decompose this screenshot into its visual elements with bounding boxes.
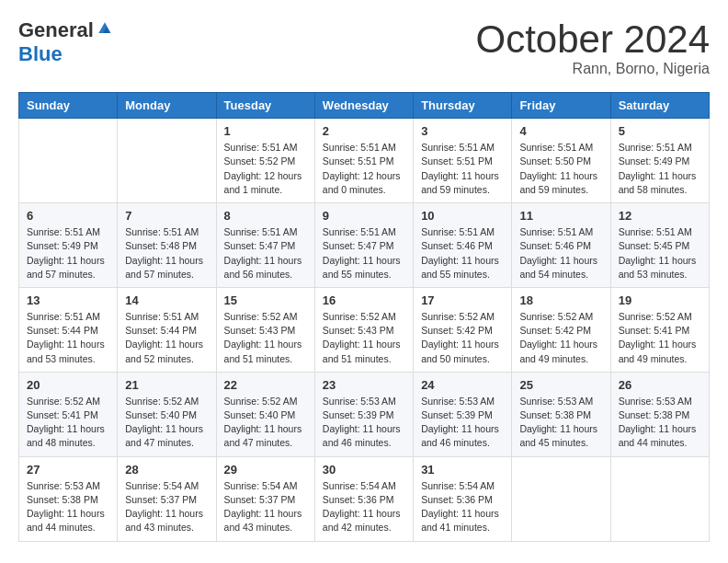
day-info: Sunrise: 5:52 AMSunset: 5:40 PMDaylight:… <box>125 395 208 451</box>
day-info: Sunrise: 5:52 AMSunset: 5:42 PMDaylight:… <box>519 310 602 366</box>
calendar-cell: 12Sunrise: 5:51 AMSunset: 5:45 PMDayligh… <box>610 203 709 288</box>
day-number: 9 <box>323 209 405 223</box>
day-info: Sunrise: 5:51 AMSunset: 5:49 PMDaylight:… <box>27 225 109 282</box>
day-number: 19 <box>619 293 701 307</box>
calendar-cell: 22Sunrise: 5:52 AMSunset: 5:40 PMDayligh… <box>216 372 314 456</box>
calendar-cell: 27Sunrise: 5:53 AMSunset: 5:38 PMDayligh… <box>19 456 118 541</box>
day-number: 17 <box>421 293 504 307</box>
day-number: 4 <box>519 124 602 138</box>
day-number: 30 <box>323 463 405 477</box>
calendar-cell <box>118 119 216 203</box>
calendar-cell <box>512 456 610 541</box>
calendar-header-saturday: Saturday <box>610 93 709 119</box>
calendar-cell: 10Sunrise: 5:51 AMSunset: 5:46 PMDayligh… <box>414 203 512 288</box>
page-header: General Blue October 2024 Rann, Borno, N… <box>18 18 710 77</box>
logo-general: General <box>18 18 94 42</box>
day-info: Sunrise: 5:51 AMSunset: 5:44 PMDaylight:… <box>125 310 208 366</box>
calendar-cell: 1Sunrise: 5:51 AMSunset: 5:52 PMDaylight… <box>216 119 314 203</box>
calendar-cell <box>19 119 118 203</box>
calendar-cell: 23Sunrise: 5:53 AMSunset: 5:39 PMDayligh… <box>314 372 413 456</box>
day-number: 8 <box>224 209 307 223</box>
calendar-week-5: 27Sunrise: 5:53 AMSunset: 5:38 PMDayligh… <box>19 456 710 541</box>
calendar-cell: 26Sunrise: 5:53 AMSunset: 5:38 PMDayligh… <box>610 372 709 456</box>
day-info: Sunrise: 5:54 AMSunset: 5:36 PMDaylight:… <box>421 479 504 535</box>
calendar-week-4: 20Sunrise: 5:52 AMSunset: 5:41 PMDayligh… <box>19 372 710 456</box>
day-number: 21 <box>125 378 208 392</box>
location: Rann, Borno, Nigeria <box>475 61 710 77</box>
calendar-cell: 24Sunrise: 5:53 AMSunset: 5:39 PMDayligh… <box>414 372 512 456</box>
calendar-cell: 29Sunrise: 5:54 AMSunset: 5:37 PMDayligh… <box>216 456 314 541</box>
calendar-header-sunday: Sunday <box>19 93 118 119</box>
day-info: Sunrise: 5:53 AMSunset: 5:38 PMDaylight:… <box>519 395 602 451</box>
calendar-cell: 17Sunrise: 5:52 AMSunset: 5:42 PMDayligh… <box>414 287 512 372</box>
day-info: Sunrise: 5:54 AMSunset: 5:36 PMDaylight:… <box>323 479 405 535</box>
calendar-cell: 28Sunrise: 5:54 AMSunset: 5:37 PMDayligh… <box>118 456 216 541</box>
day-number: 11 <box>519 209 602 223</box>
calendar-cell: 30Sunrise: 5:54 AMSunset: 5:36 PMDayligh… <box>314 456 413 541</box>
day-info: Sunrise: 5:51 AMSunset: 5:48 PMDaylight:… <box>125 225 208 282</box>
day-number: 31 <box>421 463 504 477</box>
day-number: 15 <box>224 293 307 307</box>
day-info: Sunrise: 5:51 AMSunset: 5:51 PMDaylight:… <box>323 141 405 197</box>
day-info: Sunrise: 5:54 AMSunset: 5:37 PMDaylight:… <box>224 479 307 535</box>
day-info: Sunrise: 5:54 AMSunset: 5:37 PMDaylight:… <box>125 479 208 535</box>
day-number: 20 <box>27 378 109 392</box>
calendar-header-friday: Friday <box>512 93 610 119</box>
day-number: 13 <box>27 293 109 307</box>
calendar-week-1: 1Sunrise: 5:51 AMSunset: 5:52 PMDaylight… <box>19 119 710 203</box>
day-number: 12 <box>619 209 701 223</box>
day-number: 18 <box>519 293 602 307</box>
day-info: Sunrise: 5:51 AMSunset: 5:46 PMDaylight:… <box>519 225 602 282</box>
day-number: 16 <box>323 293 405 307</box>
calendar-cell: 18Sunrise: 5:52 AMSunset: 5:42 PMDayligh… <box>512 287 610 372</box>
calendar-cell: 15Sunrise: 5:52 AMSunset: 5:43 PMDayligh… <box>216 287 314 372</box>
day-info: Sunrise: 5:52 AMSunset: 5:41 PMDaylight:… <box>619 310 701 366</box>
title-section: October 2024 Rann, Borno, Nigeria <box>475 18 710 77</box>
calendar-cell: 3Sunrise: 5:51 AMSunset: 5:51 PMDaylight… <box>414 119 512 203</box>
calendar-header-tuesday: Tuesday <box>216 93 314 119</box>
calendar-cell: 4Sunrise: 5:51 AMSunset: 5:50 PMDaylight… <box>512 119 610 203</box>
logo-icon <box>96 19 114 38</box>
calendar-cell: 9Sunrise: 5:51 AMSunset: 5:47 PMDaylight… <box>314 203 413 288</box>
calendar-cell: 6Sunrise: 5:51 AMSunset: 5:49 PMDaylight… <box>19 203 118 288</box>
day-info: Sunrise: 5:53 AMSunset: 5:39 PMDaylight:… <box>421 395 504 451</box>
day-info: Sunrise: 5:53 AMSunset: 5:39 PMDaylight:… <box>323 395 405 451</box>
calendar-cell: 7Sunrise: 5:51 AMSunset: 5:48 PMDaylight… <box>118 203 216 288</box>
calendar-week-2: 6Sunrise: 5:51 AMSunset: 5:49 PMDaylight… <box>19 203 710 288</box>
calendar-cell: 11Sunrise: 5:51 AMSunset: 5:46 PMDayligh… <box>512 203 610 288</box>
calendar-cell: 20Sunrise: 5:52 AMSunset: 5:41 PMDayligh… <box>19 372 118 456</box>
calendar-cell: 5Sunrise: 5:51 AMSunset: 5:49 PMDaylight… <box>610 119 709 203</box>
day-info: Sunrise: 5:53 AMSunset: 5:38 PMDaylight:… <box>619 395 701 451</box>
calendar-cell: 19Sunrise: 5:52 AMSunset: 5:41 PMDayligh… <box>610 287 709 372</box>
day-number: 3 <box>421 124 504 138</box>
month-title: October 2024 <box>475 18 710 61</box>
logo-blue: Blue <box>18 42 63 65</box>
day-number: 7 <box>125 209 208 223</box>
calendar-cell: 8Sunrise: 5:51 AMSunset: 5:47 PMDaylight… <box>216 203 314 288</box>
day-info: Sunrise: 5:52 AMSunset: 5:43 PMDaylight:… <box>224 310 307 366</box>
day-number: 24 <box>421 378 504 392</box>
calendar-cell: 25Sunrise: 5:53 AMSunset: 5:38 PMDayligh… <box>512 372 610 456</box>
calendar-header-wednesday: Wednesday <box>314 93 413 119</box>
calendar-cell: 16Sunrise: 5:52 AMSunset: 5:43 PMDayligh… <box>314 287 413 372</box>
day-info: Sunrise: 5:52 AMSunset: 5:40 PMDaylight:… <box>224 395 307 451</box>
day-info: Sunrise: 5:52 AMSunset: 5:43 PMDaylight:… <box>323 310 405 366</box>
day-number: 2 <box>323 124 405 138</box>
day-info: Sunrise: 5:51 AMSunset: 5:44 PMDaylight:… <box>27 310 109 366</box>
calendar-cell: 2Sunrise: 5:51 AMSunset: 5:51 PMDaylight… <box>314 119 413 203</box>
day-info: Sunrise: 5:52 AMSunset: 5:41 PMDaylight:… <box>27 395 109 451</box>
day-info: Sunrise: 5:51 AMSunset: 5:50 PMDaylight:… <box>519 141 602 197</box>
day-number: 6 <box>27 209 109 223</box>
calendar-header-row: SundayMondayTuesdayWednesdayThursdayFrid… <box>19 93 710 119</box>
calendar-table: SundayMondayTuesdayWednesdayThursdayFrid… <box>18 92 710 541</box>
day-info: Sunrise: 5:51 AMSunset: 5:47 PMDaylight:… <box>323 225 405 282</box>
day-number: 23 <box>323 378 405 392</box>
calendar-header-thursday: Thursday <box>414 93 512 119</box>
calendar-cell <box>610 456 709 541</box>
day-number: 14 <box>125 293 208 307</box>
day-number: 26 <box>619 378 701 392</box>
day-info: Sunrise: 5:51 AMSunset: 5:47 PMDaylight:… <box>224 225 307 282</box>
day-info: Sunrise: 5:53 AMSunset: 5:38 PMDaylight:… <box>27 479 109 535</box>
calendar-cell: 31Sunrise: 5:54 AMSunset: 5:36 PMDayligh… <box>414 456 512 541</box>
calendar-header-monday: Monday <box>118 93 216 119</box>
